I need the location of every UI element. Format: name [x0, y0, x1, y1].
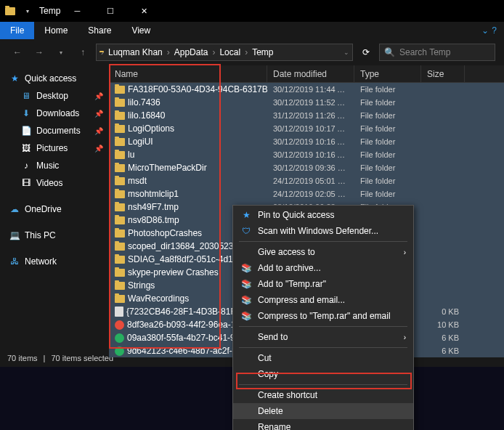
file-icon — [115, 346, 124, 356]
ctx-give-access[interactable]: Give access to› — [233, 244, 413, 260]
table-row[interactable]: msohtmlclip124/12/2019 02:05 PMFile fold… — [109, 187, 504, 200]
file-name: msdt — [128, 176, 147, 186]
sidebar-videos[interactable]: 🎞Videos — [0, 174, 109, 192]
table-row[interactable]: FA318F00-53A0-4D34-94CB-6317B36686...30/… — [109, 83, 504, 96]
ctx-rename[interactable]: Rename — [233, 419, 413, 430]
file-date: 30/12/2019 10:17 AM — [267, 124, 354, 133]
folder-icon — [115, 256, 125, 264]
up-button[interactable]: ↑ — [74, 44, 92, 61]
sidebar-onedrive[interactable]: ☁OneDrive — [0, 200, 109, 218]
file-name: FA318F00-53A0-4D34-94CB-6317B36686... — [128, 84, 267, 94]
file-type: File folder — [354, 111, 421, 120]
header-name[interactable]: Name — [109, 65, 267, 83]
sidebar-pictures[interactable]: 🖼Pictures📌 — [0, 139, 109, 157]
sidebar-network[interactable]: 🖧Network — [0, 253, 109, 270]
file-size: 6 KB — [421, 333, 465, 342]
sidebar-desktop[interactable]: 🖥Desktop📌 — [0, 87, 109, 105]
tab-home[interactable]: Home — [34, 22, 78, 39]
table-row[interactable]: MicroThemePackDir30/12/2019 09:36 PMFile… — [109, 161, 504, 174]
file-name: msohtmlclip1 — [128, 189, 179, 199]
close-button[interactable]: ✕ — [127, 0, 160, 22]
search-input[interactable]: 🔍 Search Temp — [379, 44, 495, 61]
shield-icon: 🛡 — [240, 225, 252, 237]
tab-view[interactable]: View — [121, 22, 160, 39]
file-name: Strings — [128, 280, 155, 291]
desktop-icon: 🖥 — [20, 90, 32, 102]
folder-icon — [115, 230, 125, 238]
file-type: File folder — [354, 98, 421, 107]
pin-icon: 📌 — [94, 127, 103, 135]
folder-icon — [115, 282, 125, 290]
folder-icon — [115, 164, 125, 172]
file-type: File folder — [354, 137, 421, 146]
ctx-cut[interactable]: Cut — [233, 350, 413, 366]
file-name: lilo.16840 — [128, 110, 165, 121]
search-placeholder: Search Temp — [399, 47, 450, 57]
pictures-icon: 🖼 — [20, 142, 32, 154]
table-row[interactable]: lilo.743630/12/2019 11:52 AMFile folder — [109, 96, 504, 109]
back-button[interactable]: ← — [9, 44, 26, 61]
file-icon — [115, 333, 124, 343]
table-row[interactable]: msdt24/12/2019 05:01 PMFile folder — [109, 174, 504, 187]
address-dropdown-icon[interactable]: ⌄ — [344, 49, 349, 56]
header-size[interactable]: Size — [421, 65, 465, 83]
ctx-add-temprar[interactable]: 📚Add to "Temp.rar" — [233, 276, 413, 292]
forward-button[interactable]: → — [31, 44, 48, 61]
maximize-button[interactable]: ☐ — [94, 0, 127, 22]
recent-dropdown[interactable]: ▾ — [52, 44, 70, 61]
folder-icon — [115, 190, 125, 198]
chevron-right-icon: › — [404, 248, 406, 256]
ctx-send-to[interactable]: Send to› — [233, 329, 413, 345]
folder-icon — [115, 99, 125, 107]
search-icon: 🔍 — [384, 47, 395, 57]
sidebar-this-pc[interactable]: 💻This PC — [0, 227, 109, 244]
ctx-delete[interactable]: Delete — [233, 403, 413, 419]
crumb-0[interactable]: Luqman Khan — [105, 47, 166, 57]
downloads-icon: ⬇ — [20, 108, 32, 119]
rar-icon: 📚 — [240, 294, 252, 306]
sidebar-downloads[interactable]: ⬇Downloads📌 — [0, 105, 109, 122]
table-row[interactable]: lilo.1684031/12/2019 11:26 AMFile folder — [109, 109, 504, 122]
header-type[interactable]: Type — [354, 65, 421, 83]
header-date[interactable]: Date modified — [267, 65, 354, 83]
sidebar-documents[interactable]: 📄Documents📌 — [0, 122, 109, 139]
ribbon-expand[interactable]: ⌄? — [474, 25, 504, 36]
tab-file[interactable]: File — [0, 22, 34, 39]
crumb-2[interactable]: Local — [216, 47, 243, 57]
file-type: File folder — [354, 190, 421, 198]
down-chevron-icon[interactable]: ▾ — [22, 5, 33, 17]
sidebar-music[interactable]: ♪Music — [0, 157, 109, 174]
file-name: scoped_dir13684_2030523969 — [128, 241, 248, 251]
ctx-create-shortcut[interactable]: Create shortcut — [233, 387, 413, 403]
ctx-copy[interactable]: Copy — [233, 366, 413, 382]
column-headers: Name Date modified Type Size — [109, 65, 504, 83]
sidebar: ★Quick access 🖥Desktop📌 ⬇Downloads📌 📄Doc… — [0, 65, 109, 350]
file-date: 30/12/2019 10:16 AM — [267, 137, 354, 146]
file-name: MicroThemePackDir — [128, 163, 207, 173]
ctx-compress-email[interactable]: 📚Compress and email... — [233, 292, 413, 308]
crumb-1[interactable]: AppData — [171, 47, 211, 57]
table-row[interactable]: LogiOptions30/12/2019 10:17 AMFile folde… — [109, 122, 504, 135]
ctx-compress-rar-email[interactable]: 📚Compress to "Temp.rar" and email — [233, 308, 413, 324]
refresh-button[interactable]: ⟳ — [357, 44, 375, 61]
table-row[interactable]: lu30/12/2019 10:16 AMFile folder — [109, 148, 504, 161]
status-selected: 70 items selected — [51, 354, 113, 362]
tab-share[interactable]: Share — [78, 22, 121, 39]
ctx-pin[interactable]: ★Pin to Quick access — [233, 207, 413, 223]
ctx-scan[interactable]: 🛡Scan with Windows Defender... — [233, 223, 413, 239]
pc-icon: 💻 — [9, 230, 20, 241]
ctx-add-archive[interactable]: 📚Add to archive... — [233, 260, 413, 276]
file-name: WavRecordings — [128, 293, 189, 304]
file-name: lilo.7436 — [128, 97, 160, 108]
crumb-3[interactable]: Temp — [249, 47, 276, 57]
navbar: ← → ▾ ↑ › Luqman Khan› AppData› Local› T… — [0, 39, 504, 65]
file-date: 30/12/2019 10:16 AM — [267, 150, 354, 159]
minimize-button[interactable]: ─ — [60, 0, 94, 22]
address-bar[interactable]: › Luqman Khan› AppData› Local› Temp ⌄ — [96, 44, 353, 61]
folder-icon — [115, 86, 125, 94]
table-row[interactable]: LogiUI30/12/2019 10:16 AMFile folder — [109, 135, 504, 148]
file-type: File folder — [354, 85, 421, 94]
sidebar-quick-access[interactable]: ★Quick access — [0, 70, 109, 87]
pin-icon: 📌 — [94, 110, 103, 118]
pin-icon: ★ — [240, 209, 252, 221]
